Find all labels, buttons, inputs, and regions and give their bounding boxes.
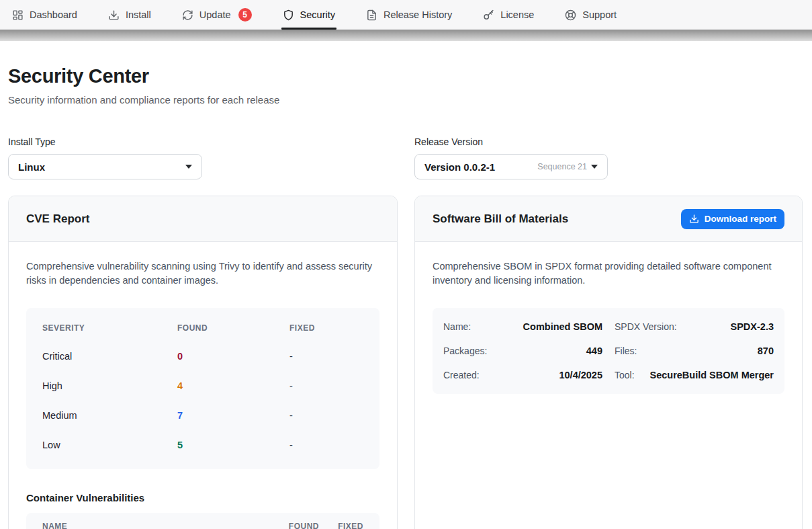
install-type-filter: Install Type Linux xyxy=(8,136,398,179)
table-row: Critical 0 - xyxy=(42,341,363,371)
download-report-button[interactable]: Download report xyxy=(681,209,784,229)
install-type-value: Linux xyxy=(18,161,45,173)
severity-table: Severity Found Fixed Critical 0 - High 4… xyxy=(26,308,379,469)
nav-item-label: Update xyxy=(199,9,231,20)
nav-item-label: Release History xyxy=(384,9,452,20)
nav-item-label: Support xyxy=(582,9,617,20)
detail-value: 870 xyxy=(758,345,774,356)
severity-column-header: Severity xyxy=(42,323,177,333)
sbom-details-grid: Name: Combined SBOM SPDX Version: SPDX-2… xyxy=(433,308,784,394)
sbom-card-body: Comprehensive SBOM in SPDX format provid… xyxy=(415,242,802,411)
detail-value: 449 xyxy=(586,345,602,356)
found-count: 0 xyxy=(177,351,289,362)
sbom-card-header: Software Bill of Materials Download repo… xyxy=(415,196,802,242)
detail-label: Files: xyxy=(615,345,637,356)
chevron-down-icon xyxy=(185,165,192,169)
release-version-value: Version 0.0.2-1 xyxy=(424,161,495,173)
download-icon xyxy=(689,214,699,224)
download-icon xyxy=(108,9,120,21)
severity-name: Medium xyxy=(42,410,177,421)
cve-report-card: CVE Report Comprehensive vulnerability s… xyxy=(8,196,398,529)
severity-name: High xyxy=(42,380,177,391)
sbom-card: Software Bill of Materials Download repo… xyxy=(414,196,803,529)
chevron-down-icon xyxy=(591,165,598,169)
sbom-detail-packages: Packages: 449 xyxy=(443,339,602,363)
table-row: High 4 - xyxy=(42,371,363,401)
found-column-header: Found xyxy=(271,522,319,529)
install-type-label: Install Type xyxy=(8,136,398,147)
nav-item-release-history[interactable]: Release History xyxy=(366,0,452,30)
cards-row: CVE Report Comprehensive vulnerability s… xyxy=(8,196,803,529)
sequence-meta: Sequence 21 xyxy=(537,162,587,171)
fixed-count: - xyxy=(289,351,363,362)
install-type-select[interactable]: Linux xyxy=(8,154,202,179)
sbom-detail-tool: Tool: SecureBuild SBOM Merger xyxy=(615,363,774,387)
dashboard-icon xyxy=(12,9,24,21)
detail-value: Combined SBOM xyxy=(523,321,602,332)
nav-item-label: Security xyxy=(300,9,335,20)
update-count-badge: 5 xyxy=(238,8,252,22)
nav-item-label: License xyxy=(500,9,534,20)
nav-item-dashboard[interactable]: Dashboard xyxy=(12,0,77,30)
shield-icon xyxy=(283,9,294,21)
release-version-label: Release Version xyxy=(414,136,803,147)
fixed-count: - xyxy=(289,380,363,391)
found-count: 4 xyxy=(177,380,289,391)
main-content: Security Center Security information and… xyxy=(0,65,812,529)
detail-value: SPDX-2.3 xyxy=(731,321,774,332)
cve-card-header: CVE Report xyxy=(9,196,397,242)
fixed-count: - xyxy=(289,440,363,450)
file-text-icon xyxy=(366,9,377,21)
nav-item-security[interactable]: Security xyxy=(283,0,335,30)
detail-label: Name: xyxy=(443,321,471,332)
found-column-header: Found xyxy=(177,323,289,333)
life-buoy-icon xyxy=(565,9,576,21)
container-vulnerabilities-header: Name Found Fixed xyxy=(26,513,379,529)
refresh-icon xyxy=(182,9,193,21)
download-report-label: Download report xyxy=(705,214,776,224)
sbom-detail-created: Created: 10/4/2025 xyxy=(443,363,602,387)
nav-item-label: Dashboard xyxy=(30,9,77,20)
sbom-detail-spdx-version: SPDX Version: SPDX-2.3 xyxy=(615,315,774,339)
release-version-filter: Release Version Version 0.0.2-1 Sequence… xyxy=(414,136,803,179)
filters-row: Install Type Linux Release Version Versi… xyxy=(8,136,803,179)
container-vulnerabilities-title: Container Vulnerabilities xyxy=(26,492,379,503)
sbom-detail-files: Files: 870 xyxy=(615,339,774,363)
sbom-detail-name: Name: Combined SBOM xyxy=(443,315,602,339)
name-column-header: Name xyxy=(42,522,271,529)
found-count: 5 xyxy=(177,440,289,450)
detail-label: Created: xyxy=(443,370,480,380)
fixed-count: - xyxy=(289,410,363,421)
nav-item-update[interactable]: Update 5 xyxy=(182,0,252,30)
found-count: 7 xyxy=(177,410,289,421)
scroll-shadow-band xyxy=(0,30,812,41)
nav-item-install[interactable]: Install xyxy=(108,0,151,30)
table-row: Low 5 - xyxy=(42,430,363,460)
severity-name: Critical xyxy=(42,351,177,362)
release-version-select[interactable]: Version 0.0.2-1 Sequence 21 xyxy=(414,154,608,179)
severity-name: Low xyxy=(42,440,177,450)
nav-item-support[interactable]: Support xyxy=(565,0,617,30)
detail-label: SPDX Version: xyxy=(615,321,677,332)
cve-description: Comprehensive vulnerability scanning usi… xyxy=(26,259,377,288)
detail-value: 10/4/2025 xyxy=(559,370,602,380)
top-navigation: Dashboard Install Update 5 Security Rele… xyxy=(0,0,812,30)
fixed-column-header: Fixed xyxy=(289,323,363,333)
severity-table-header: Severity Found Fixed xyxy=(42,315,363,341)
page-title: Security Center xyxy=(8,65,803,87)
nav-item-label: Install xyxy=(126,9,151,20)
detail-label: Tool: xyxy=(615,370,635,380)
fixed-column-header: Fixed xyxy=(319,522,363,529)
nav-item-license[interactable]: License xyxy=(483,0,534,30)
sbom-description: Comprehensive SBOM in SPDX format provid… xyxy=(433,259,783,288)
key-icon xyxy=(483,9,494,21)
cve-card-body: Comprehensive vulnerability scanning usi… xyxy=(9,242,397,529)
table-row: Medium 7 - xyxy=(42,401,363,430)
detail-label: Packages: xyxy=(443,345,487,356)
sbom-card-title: Software Bill of Materials xyxy=(433,212,568,226)
page-subtitle: Security information and compliance repo… xyxy=(8,94,803,106)
detail-value: SecureBuild SBOM Merger xyxy=(649,370,774,380)
cve-card-title: CVE Report xyxy=(26,212,89,226)
